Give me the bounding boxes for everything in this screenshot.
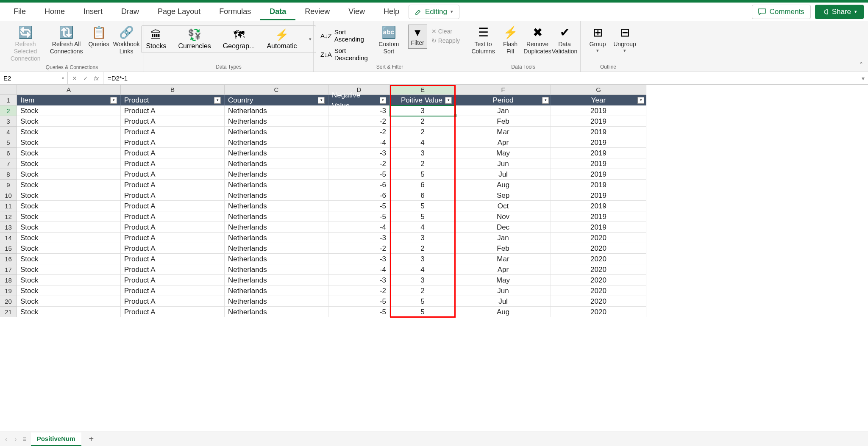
cell[interactable]: 2 [390,158,456,169]
cell[interactable]: Product A [121,264,225,275]
cell[interactable]: Stock [17,243,121,254]
cell[interactable]: Product A [121,137,225,148]
cell[interactable]: 6 [390,190,456,201]
cell[interactable]: Aug [456,180,551,190]
cell[interactable]: Jun [456,158,551,169]
cell[interactable]: 2 [390,127,456,137]
cell[interactable]: Product A [121,222,225,233]
currencies-type[interactable]: 💱Currencies [178,28,211,50]
sort-ascending-button[interactable]: A↓ZSort Ascending [318,27,370,44]
filter-dropdown-icon[interactable]: ▾ [542,97,549,104]
cell[interactable]: Feb [456,243,551,254]
cell[interactable]: Stock [17,180,121,190]
cell[interactable]: Product A [121,148,225,158]
cell[interactable]: -2 [328,127,390,137]
cell[interactable]: Netherlands [225,190,328,201]
cell[interactable]: Apr [456,264,551,275]
cell[interactable]: 2019 [551,116,646,127]
cell[interactable]: -3 [328,275,390,285]
table-header-neg[interactable]: Negative Value▾ [328,95,390,105]
cell[interactable]: Stock [17,169,121,180]
cell[interactable]: Stock [17,137,121,148]
cell[interactable]: 2019 [551,127,646,137]
cell[interactable]: -5 [328,169,390,180]
menu-file[interactable]: File [4,3,35,20]
filter-dropdown-icon[interactable]: ▾ [110,97,117,104]
table-header-item[interactable]: Item▾ [17,95,121,105]
automatic-type[interactable]: ⚡Automatic [267,28,297,50]
cell[interactable]: Stock [17,148,121,158]
cell[interactable]: Stock [17,190,121,201]
column-header-E[interactable]: E [390,85,456,95]
cell[interactable]: Netherlands [225,243,328,254]
cell[interactable]: -5 [328,296,390,307]
filter-button[interactable]: ▼ Filter [408,25,427,49]
cell[interactable]: Stock [17,116,121,127]
cell[interactable]: -2 [328,243,390,254]
cell[interactable]: -2 [328,116,390,127]
cell[interactable]: Netherlands [225,222,328,233]
cell[interactable]: 5 [390,169,456,180]
cell[interactable]: 6 [390,180,456,190]
data-types-gallery[interactable]: 🏛Stocks 💱Currencies 🗺Geograp... ⚡Automat… [141,25,316,53]
cell[interactable]: Stock [17,254,121,264]
cell[interactable]: Jul [456,169,551,180]
cell[interactable]: -5 [328,211,390,222]
collapse-ribbon-button[interactable]: ˄ [860,61,863,69]
refresh-all-button[interactable]: 🔃 Refresh All Connections [48,23,84,57]
table-header-country[interactable]: Country▾ [225,95,328,105]
row-header-8[interactable]: 8 [0,169,17,180]
cell[interactable]: 2020 [551,275,646,285]
geography-type[interactable]: 🗺Geograp... [223,28,255,50]
cell[interactable]: Jul [456,296,551,307]
cell[interactable]: Feb [456,116,551,127]
cell[interactable]: 5 [390,307,456,317]
cell[interactable]: Netherlands [225,307,328,317]
cell[interactable]: 2020 [551,243,646,254]
cell[interactable]: Netherlands [225,148,328,158]
menu-data[interactable]: Data [260,3,295,20]
filter-dropdown-icon[interactable]: ▾ [445,97,452,104]
cell[interactable]: -2 [328,285,390,296]
row-header-6[interactable]: 6 [0,148,17,158]
cell[interactable]: Netherlands [225,254,328,264]
cell[interactable]: Product A [121,243,225,254]
cell[interactable]: Stock [17,296,121,307]
cell[interactable]: Product A [121,180,225,190]
cell[interactable]: Jun [456,285,551,296]
cell[interactable]: 2019 [551,190,646,201]
cell[interactable]: Jan [456,105,551,116]
cell[interactable]: -4 [328,222,390,233]
cell[interactable]: Netherlands [225,201,328,211]
custom-sort-button[interactable]: 🔤 Custom Sort [372,23,405,57]
clear-filter-button[interactable]: ✕Clear [430,27,462,36]
cell[interactable]: Product A [121,105,225,116]
cell[interactable]: Stock [17,285,121,296]
cell[interactable]: Product A [121,169,225,180]
row-header-18[interactable]: 18 [0,275,17,285]
menu-page-layout[interactable]: Page Layout [148,3,210,20]
cell[interactable]: 2020 [551,233,646,243]
row-header-3[interactable]: 3 [0,116,17,127]
cell[interactable]: Stock [17,158,121,169]
cell[interactable]: 2020 [551,285,646,296]
cell[interactable]: Stock [17,233,121,243]
cell[interactable]: -4 [328,137,390,148]
row-header-19[interactable]: 19 [0,285,17,296]
cell[interactable]: -3 [328,233,390,243]
row-header-2[interactable]: 2 [0,105,17,116]
cell[interactable]: Mar [456,127,551,137]
group-button[interactable]: ⊞Group▾ [585,23,610,55]
cell[interactable]: 2 [390,243,456,254]
name-box[interactable]: E2 ▾ [0,72,68,84]
cell[interactable]: Product A [121,190,225,201]
cell[interactable]: Product A [121,296,225,307]
cell[interactable]: 2020 [551,296,646,307]
formula-input[interactable]: =D2*-1 [103,72,858,84]
sort-descending-button[interactable]: Z↓ASort Descending [318,46,370,63]
chevron-down-icon[interactable]: ▾ [309,36,312,42]
cell[interactable]: Netherlands [225,158,328,169]
cell[interactable]: May [456,275,551,285]
cell[interactable]: Oct [456,201,551,211]
cell[interactable]: Stock [17,264,121,275]
